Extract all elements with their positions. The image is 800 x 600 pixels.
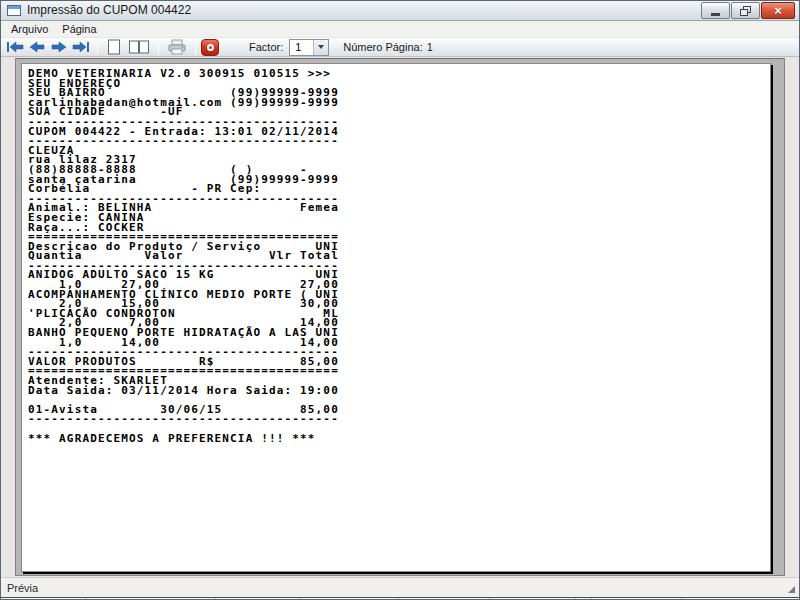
- stop-button[interactable]: [201, 39, 219, 56]
- minimize-icon: [711, 13, 720, 16]
- factor-label: Factor:: [249, 41, 283, 53]
- minimize-button[interactable]: [701, 2, 730, 19]
- next-page-button[interactable]: [48, 38, 70, 56]
- menu-item-pagina[interactable]: Página: [55, 22, 103, 36]
- preview-area: DEMO VETERINARIA V2.0 300915 010515 >>> …: [0, 57, 800, 577]
- status-text: Prévia: [0, 582, 38, 594]
- receipt-text: DEMO VETERINARIA V2.0 300915 010515 >>> …: [22, 64, 770, 443]
- restore-icon: [740, 6, 751, 16]
- statusbar: Prévia: [0, 577, 800, 597]
- first-page-icon: [6, 41, 24, 53]
- two-page-view-button[interactable]: [125, 38, 153, 56]
- toolbar-separator: [97, 40, 98, 55]
- single-page-icon: [107, 39, 121, 55]
- factor-dropdown-button[interactable]: [313, 40, 328, 55]
- printer-icon: [167, 39, 187, 55]
- factor-value: 1: [290, 41, 313, 53]
- next-page-icon: [50, 41, 68, 53]
- page-number-value: 1: [427, 41, 433, 53]
- preview-panel: DEMO VETERINARIA V2.0 300915 010515 >>> …: [15, 58, 785, 576]
- last-page-icon: [72, 41, 90, 53]
- menu-item-arquivo[interactable]: Arquivo: [4, 22, 55, 36]
- titlebar: Impressão do CUPOM 004422: [0, 0, 800, 21]
- page-number: Número Página: 1: [343, 41, 433, 53]
- first-page-button[interactable]: [4, 38, 26, 56]
- previous-page-icon: [28, 41, 46, 53]
- two-page-icon: [128, 39, 150, 55]
- chevron-down-icon: [318, 45, 324, 49]
- receipt-page: DEMO VETERINARIA V2.0 300915 010515 >>> …: [21, 63, 771, 572]
- window-title: Impressão do CUPOM 004422: [27, 3, 191, 17]
- close-icon: ×: [774, 4, 782, 17]
- page-number-label: Número Página:: [343, 41, 423, 53]
- stop-icon: [207, 44, 214, 51]
- toolbar: Factor: 1 Número Página: 1: [0, 37, 800, 57]
- single-page-view-button[interactable]: [103, 38, 125, 56]
- toolbar-separator: [195, 40, 196, 55]
- print-button[interactable]: [164, 38, 190, 56]
- resize-grip-icon[interactable]: [788, 586, 795, 593]
- toolbar-separator: [158, 40, 159, 55]
- previous-page-button[interactable]: [26, 38, 48, 56]
- close-button[interactable]: ×: [761, 2, 795, 19]
- factor-select[interactable]: 1: [289, 39, 329, 56]
- app-icon: [7, 5, 21, 16]
- restore-button[interactable]: [731, 2, 760, 19]
- menubar: Arquivo Página: [0, 21, 800, 37]
- last-page-button[interactable]: [70, 38, 92, 56]
